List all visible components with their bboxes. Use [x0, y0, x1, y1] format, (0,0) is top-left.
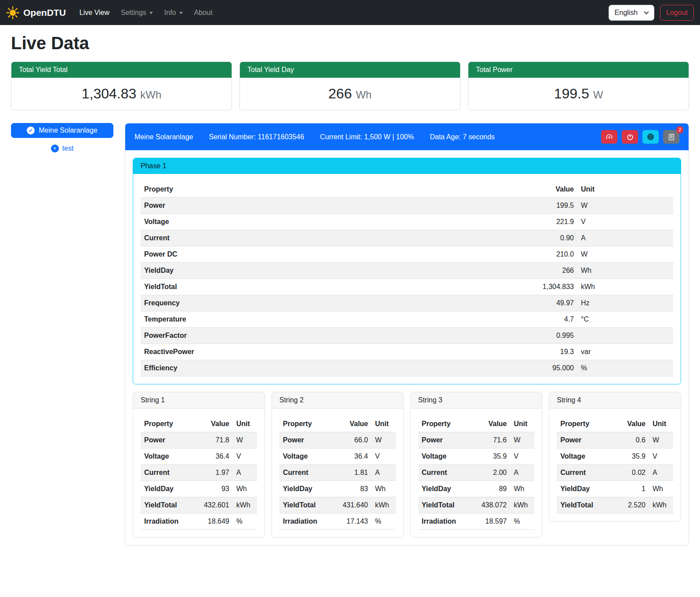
language-select[interactable]: English — [609, 5, 654, 21]
device-info-button[interactable] — [642, 130, 659, 144]
property-cell: PowerFactor — [141, 328, 511, 344]
unit-cell: % — [233, 514, 257, 530]
unit-cell — [577, 328, 673, 344]
value-cell: 2.00 — [473, 465, 510, 481]
unit-cell: % — [372, 514, 396, 530]
table-row: Voltage36.4V — [279, 449, 396, 465]
value-cell: 1.81 — [334, 465, 372, 481]
inverter-item-test[interactable]: × test — [11, 145, 113, 152]
chevron-down-icon — [179, 12, 183, 14]
nav-item-live-view[interactable]: Live View — [74, 5, 115, 20]
string-table: Property Value Unit Power0.6WVoltage35.9… — [557, 416, 673, 514]
summary-card-title: Total Yield Total — [11, 62, 232, 78]
unit-cell: Wh — [233, 481, 257, 497]
table-row: ReactivePower19.3var — [141, 344, 673, 360]
value-cell: 18.597 — [473, 514, 510, 530]
value-cell: 0.02 — [612, 465, 649, 481]
inverter-item-test-label: test — [62, 145, 74, 152]
inverter-select-label: Meine Solaranlage — [39, 127, 97, 134]
unit-cell: kWh — [233, 497, 257, 514]
table-header-row: Property Value Unit — [279, 416, 396, 432]
table-row: PowerFactor0.995 — [141, 328, 673, 344]
property-cell: Power — [141, 432, 196, 449]
unit-header: Unit — [510, 416, 534, 432]
table-row: Current2.00A — [418, 465, 535, 481]
summary-card-title: Total Yield Day — [240, 62, 460, 78]
property-cell: Current — [141, 465, 196, 481]
chevron-down-icon — [149, 12, 153, 14]
brand-name: OpenDTU — [23, 7, 66, 18]
string-table: Property Value Unit Power71.6WVoltage35.… — [418, 416, 535, 530]
nav-item-about[interactable]: About — [189, 5, 218, 20]
property-cell: Irradiation — [279, 514, 334, 530]
power-button[interactable] — [622, 130, 638, 144]
unit-cell: A — [577, 230, 673, 246]
logout-button[interactable]: Logout — [660, 5, 694, 21]
property-cell: Irradiation — [141, 514, 196, 530]
property-cell: Irradiation — [418, 514, 473, 530]
phase-body: Property Value Unit Power199.5WVoltage22… — [133, 174, 681, 384]
property-cell: Current — [141, 230, 511, 246]
unit-cell: V — [577, 214, 673, 230]
nav-item-info-label: Info — [164, 9, 176, 17]
string-card-1: String 1 Property Value Unit — [133, 392, 265, 538]
property-cell: Power — [141, 198, 511, 214]
unit-cell: Wh — [649, 481, 673, 497]
unit-cell: V — [649, 449, 673, 465]
table-row: YieldTotal2.520kWh — [557, 497, 673, 514]
property-header: Property — [279, 416, 334, 432]
table-header-row: Property Value Unit — [141, 181, 673, 198]
page-title: Live Data — [11, 33, 689, 53]
main-row: ✓ Meine Solaranlage × test Meine Solaran… — [11, 123, 689, 546]
value-cell: 0.995 — [511, 328, 577, 344]
unit-cell: Hz — [577, 295, 673, 311]
summary-card-body: 266Wh — [240, 78, 460, 110]
table-row: YieldDay266Wh — [141, 263, 673, 279]
property-cell: Power DC — [141, 246, 511, 263]
inverter-select-button[interactable]: ✓ Meine Solaranlage — [11, 123, 113, 138]
value-cell: 199.5 — [511, 198, 577, 214]
property-cell: YieldTotal — [141, 279, 511, 295]
value-cell: 1 — [612, 481, 649, 497]
property-header: Property — [141, 416, 196, 432]
unit-header: Unit — [372, 416, 396, 432]
journal-icon — [668, 134, 675, 141]
value-cell: 438.072 — [473, 497, 510, 514]
value-cell: 1,304.833 — [511, 279, 577, 295]
property-cell: Power — [279, 432, 334, 449]
sun-icon — [6, 6, 19, 19]
summary-card-total-yield-total: Total Yield Total 1,304.83kWh — [11, 62, 232, 110]
chevron-down-icon — [644, 9, 649, 14]
value-header: Value — [511, 181, 577, 198]
property-cell: Voltage — [557, 449, 612, 465]
value-cell: 71.6 — [473, 432, 510, 449]
unit-cell: W — [372, 432, 396, 449]
property-cell: Voltage — [141, 449, 196, 465]
string-title: String 1 — [133, 392, 265, 409]
current-limit: Current Limit: 1,500 W | 100% — [320, 133, 414, 141]
nav-item-info[interactable]: Info — [159, 5, 189, 20]
summary-card-total-power: Total Power 199.5W — [468, 62, 689, 110]
value-cell: 2.520 — [612, 497, 649, 514]
nav-item-settings[interactable]: Settings — [115, 5, 159, 20]
value-cell: 266 — [511, 263, 577, 279]
table-row: YieldTotal432.601kWh — [141, 497, 257, 514]
string-body: Property Value Unit Power0.6WVoltage35.9… — [549, 409, 681, 521]
table-row: Temperature4.7°C — [141, 311, 673, 328]
x-circle-icon: × — [51, 145, 59, 152]
property-cell: Frequency — [141, 295, 511, 311]
summary-card-unit: W — [593, 89, 603, 101]
brand[interactable]: OpenDTU — [6, 6, 66, 19]
unit-header: Unit — [649, 416, 673, 432]
language-select-value: English — [615, 9, 638, 17]
property-cell: Current — [557, 465, 612, 481]
unit-cell: kWh — [577, 279, 673, 295]
event-log-button[interactable]: 2 — [663, 130, 679, 144]
value-cell: 19.3 — [511, 344, 577, 360]
string-body: Property Value Unit Power71.6WVoltage35.… — [411, 409, 542, 537]
limit-settings-button[interactable] — [601, 130, 617, 144]
table-row: Irradiation18.597% — [418, 514, 535, 530]
table-row: Voltage221.9V — [141, 214, 673, 230]
property-cell: YieldTotal — [418, 497, 473, 514]
event-count-badge: 2 — [676, 126, 683, 134]
